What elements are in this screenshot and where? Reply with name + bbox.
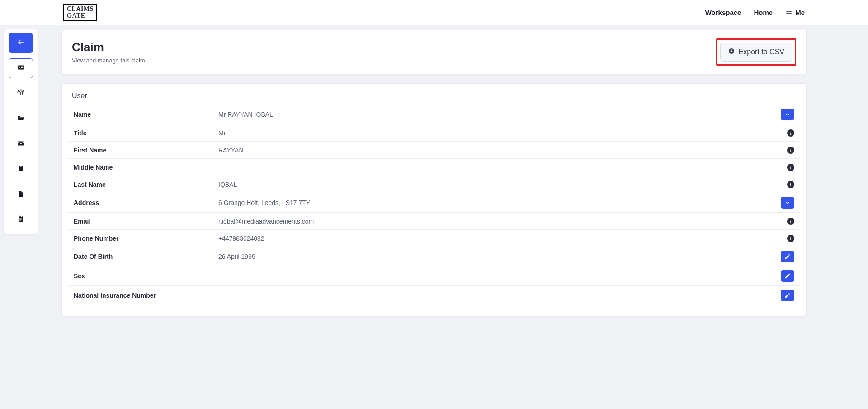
export-csv-label: Export to CSV (739, 48, 784, 56)
table-row: Address6 Grange Holt, Leeds, LS17 7TY (68, 193, 800, 213)
mail-icon (17, 139, 25, 149)
svg-rect-5 (19, 166, 23, 171)
info-icon[interactable]: i (787, 235, 794, 242)
field-label: Date Of Birth (68, 247, 213, 266)
page-title: Claim (72, 40, 146, 54)
page-subtitle: View and manage this claim. (72, 57, 146, 64)
sidebar-notes[interactable] (9, 210, 33, 230)
sidebar-mail[interactable] (9, 134, 33, 154)
brand-logo: CLAIMS GATE (63, 4, 97, 21)
arrow-left-icon (17, 38, 25, 48)
sidebar-back-button[interactable] (9, 33, 33, 53)
info-icon[interactable]: i (787, 218, 794, 225)
field-label: Email (68, 213, 213, 230)
field-label: Phone Number (68, 230, 213, 247)
field-value: RAYYAN (213, 142, 775, 159)
main-content: Claim View and manage this claim. Export… (61, 30, 807, 316)
user-section-card: User NameMr RAYYAN IQBALTitleMriFirst Na… (61, 83, 807, 316)
sidebar-folder[interactable] (9, 109, 33, 129)
svg-rect-3 (21, 67, 24, 68)
edit-button[interactable] (781, 270, 794, 282)
svg-rect-2 (21, 67, 24, 67)
edit-button[interactable] (781, 251, 794, 262)
clipboard-icon (17, 165, 25, 175)
field-value (213, 286, 775, 305)
sidebar-clipboard[interactable] (9, 160, 33, 180)
user-table: NameMr RAYYAN IQBALTitleMriFirst NameRAY… (68, 105, 800, 305)
field-value (213, 266, 775, 286)
field-value: Mr (213, 124, 775, 142)
table-row: Phone Number+447983624082i (68, 230, 800, 247)
field-label: Middle Name (68, 159, 213, 176)
field-value: Mr RAYYAN IQBAL (213, 105, 775, 124)
sidebar-fingerprint[interactable] (9, 84, 33, 104)
table-row: TitleMri (68, 124, 800, 142)
nav-right: Workspace Home Me (705, 8, 805, 17)
table-row: National Insurance Number (68, 286, 800, 305)
export-csv-button[interactable]: Export to CSV (720, 43, 792, 62)
table-row: Sex (68, 266, 800, 286)
fingerprint-icon (17, 89, 25, 99)
field-label: National Insurance Number (68, 286, 213, 305)
field-label: Sex (68, 266, 213, 286)
id-card-icon (17, 63, 25, 73)
download-circle-icon (728, 48, 735, 57)
menu-icon (785, 8, 793, 17)
table-row: Date Of Birth26 April 1999 (68, 247, 800, 266)
export-highlight-box: Export to CSV (716, 38, 796, 66)
field-value: IQBAL (213, 176, 775, 193)
svg-rect-6 (20, 166, 22, 167)
file-icon (17, 190, 25, 200)
info-icon[interactable]: i (787, 181, 794, 188)
table-row: First NameRAYYANi (68, 142, 800, 159)
user-section-title: User (68, 92, 800, 105)
sidebar-file[interactable] (9, 185, 33, 205)
nav-me-label: Me (795, 9, 805, 16)
field-value (213, 159, 775, 176)
brand-line2: GATE (67, 13, 94, 19)
edit-button[interactable] (781, 290, 794, 301)
field-value: r.iqbal@mediaadvancements.com (213, 213, 775, 230)
top-nav: CLAIMS GATE Workspace Home Me (0, 0, 868, 25)
claim-header-card: Claim View and manage this claim. Export… (61, 30, 807, 74)
field-label: Last Name (68, 176, 213, 193)
field-label: Name (68, 105, 213, 124)
claim-header-text: Claim View and manage this claim. (72, 40, 146, 64)
field-value: +447983624082 (213, 230, 775, 247)
field-label: Title (68, 124, 213, 142)
collapse-button[interactable] (781, 109, 794, 120)
folder-open-icon (17, 114, 25, 124)
svg-point-1 (19, 67, 20, 68)
sidebar-id-card[interactable] (9, 58, 33, 78)
info-icon[interactable]: i (787, 129, 794, 137)
field-label: Address (68, 193, 213, 213)
table-row: Middle Namei (68, 159, 800, 176)
sidebar (4, 29, 38, 234)
brand-line1: CLAIMS (67, 6, 94, 13)
field-value: 26 April 1999 (213, 247, 775, 266)
nav-me[interactable]: Me (785, 8, 805, 17)
info-icon[interactable]: i (787, 164, 794, 171)
nav-workspace[interactable]: Workspace (705, 9, 741, 16)
field-value: 6 Grange Holt, Leeds, LS17 7TY (213, 193, 775, 213)
nav-home[interactable]: Home (754, 9, 773, 16)
info-icon[interactable]: i (787, 147, 794, 154)
table-row: Emailr.iqbal@mediaadvancements.comi (68, 213, 800, 230)
expand-button[interactable] (781, 197, 794, 209)
table-row: NameMr RAYYAN IQBAL (68, 105, 800, 124)
notes-icon (17, 215, 25, 225)
table-row: Last NameIQBALi (68, 176, 800, 193)
field-label: First Name (68, 142, 213, 159)
